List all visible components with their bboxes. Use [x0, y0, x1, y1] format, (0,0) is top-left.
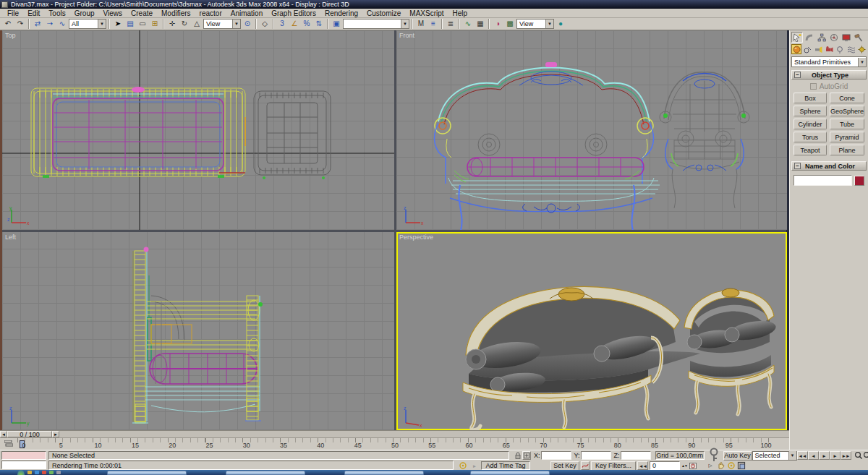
object-type-button[interactable]: Cone: [830, 93, 864, 103]
chevron-down-icon[interactable]: ▼: [858, 58, 866, 67]
key-mode-toggle-button[interactable]: ◄◄: [637, 461, 648, 470]
chevron-down-icon[interactable]: ▼: [545, 20, 553, 28]
window-titlebar[interactable]: Divan37.max - Project Folder: C:\Users\S…: [0, 0, 868, 9]
menu-item[interactable]: Help: [448, 9, 472, 17]
menu-item[interactable]: Animation: [226, 9, 267, 17]
selection-lock-icon[interactable]: [514, 451, 522, 460]
arc-rotate-icon[interactable]: [727, 461, 736, 470]
maximize-viewport-toggle-icon[interactable]: [737, 461, 746, 470]
systems-category-icon[interactable]: [856, 44, 867, 54]
menu-item[interactable]: Edit: [23, 9, 44, 17]
select-and-rotate-icon[interactable]: ↻: [179, 19, 190, 29]
menu-item[interactable]: File: [3, 9, 23, 17]
material-editor-icon[interactable]: ◑: [492, 19, 503, 29]
snaps-toggle-icon[interactable]: 3: [276, 19, 288, 29]
select-object-icon[interactable]: ➤: [112, 19, 124, 29]
menu-item[interactable]: reactor: [195, 9, 226, 17]
absolute-offset-mode-icon[interactable]: [522, 451, 531, 460]
object-type-button[interactable]: GeoSphere: [830, 106, 864, 116]
pan-hand-icon[interactable]: [717, 461, 726, 470]
time-slider-handle[interactable]: 0 / 100: [7, 431, 52, 437]
previous-frame-arrow[interactable]: ◄: [0, 431, 7, 437]
object-type-button[interactable]: Plane: [830, 145, 864, 155]
zoom-icon[interactable]: [854, 451, 863, 460]
create-tab-icon[interactable]: [791, 32, 803, 43]
object-name-field[interactable]: [793, 175, 852, 186]
schematic-view-icon[interactable]: ▦: [475, 19, 486, 29]
align-icon[interactable]: ≡: [427, 19, 439, 29]
helpers-category-icon[interactable]: [835, 44, 845, 54]
space-warps-category-icon[interactable]: [846, 44, 856, 54]
spinner-snap-icon[interactable]: ⇅: [313, 19, 325, 29]
object-color-swatch[interactable]: [854, 176, 864, 186]
frame-spinner[interactable]: ▲▼: [681, 461, 687, 470]
motion-tab-icon[interactable]: [828, 32, 840, 43]
modify-tab-icon[interactable]: [804, 32, 815, 43]
menu-item[interactable]: Graph Editors: [267, 9, 320, 17]
menu-item[interactable]: MAXScript: [405, 9, 448, 17]
taskbar-window-button[interactable]: [344, 471, 424, 475]
quick-render-icon[interactable]: ●: [555, 19, 566, 29]
viewport-front[interactable]: Front: [396, 30, 787, 230]
mirror-icon[interactable]: M: [415, 19, 427, 29]
zoom-all-icon[interactable]: [863, 451, 868, 460]
play-button[interactable]: ►: [819, 451, 830, 460]
window-crossing-icon[interactable]: ⊞: [149, 19, 161, 29]
redo-icon[interactable]: ↷: [14, 19, 26, 29]
shapes-category-icon[interactable]: [802, 44, 812, 54]
previous-frame-button[interactable]: ◄: [808, 451, 819, 460]
start-orb[interactable]: [17, 470, 25, 475]
viewport-label[interactable]: Perspective: [399, 234, 433, 241]
edit-named-selection-sets-icon[interactable]: ▣: [331, 19, 342, 29]
taskbar-window-button[interactable]: [470, 471, 550, 475]
object-type-button[interactable]: Pyramid: [830, 132, 864, 142]
taskbar-window-button[interactable]: [226, 471, 305, 475]
chevron-down-icon[interactable]: ▼: [788, 451, 796, 460]
time-slider-track[interactable]: ◄ 0 / 100 ►: [0, 430, 789, 438]
field-of-view-icon[interactable]: ▷: [705, 461, 715, 470]
auto-key-button[interactable]: Auto Key: [723, 451, 752, 461]
viewport-label[interactable]: Top: [5, 32, 16, 39]
quick-launch-icon[interactable]: [35, 471, 39, 474]
object-type-button[interactable]: Box: [793, 93, 827, 103]
chevron-down-icon[interactable]: ▼: [401, 20, 409, 28]
bind-to-space-warp-icon[interactable]: ∿: [56, 19, 68, 29]
quick-launch-icon[interactable]: [56, 471, 61, 474]
lights-category-icon[interactable]: [813, 44, 823, 54]
primitive-category-dropdown[interactable]: Standard Primitives ▼: [791, 56, 867, 67]
quick-launch-icon[interactable]: [27, 471, 32, 474]
scene-info-icon[interactable]: [459, 461, 467, 470]
menu-item[interactable]: Modifiers: [157, 9, 195, 17]
render-preset-dropdown[interactable]: View▼: [516, 19, 554, 29]
display-tab-icon[interactable]: [841, 32, 852, 43]
percent-snap-icon[interactable]: %: [301, 19, 312, 29]
viewport-perspective[interactable]: Perspective: [396, 232, 787, 430]
z-coordinate-field[interactable]: [621, 451, 651, 460]
selection-filter-dropdown[interactable]: All▼: [69, 19, 106, 29]
named-selection-sets-dropdown[interactable]: ▼: [343, 19, 409, 29]
key-filters-button[interactable]: Key Filters...: [591, 461, 636, 471]
viewport-left[interactable]: Left: [2, 232, 394, 430]
object-type-button[interactable]: Cylinder: [793, 119, 827, 129]
menu-item[interactable]: Group: [70, 9, 99, 17]
selected-set-dropdown[interactable]: Selected▼: [752, 451, 797, 461]
collapse-icon[interactable]: −: [794, 163, 801, 169]
name-color-rollout-header[interactable]: − Name and Color: [791, 161, 867, 171]
select-and-manipulate-icon[interactable]: ◇: [259, 19, 271, 29]
chevron-down-icon[interactable]: ▼: [98, 20, 106, 28]
viewport-label[interactable]: Front: [399, 32, 414, 39]
render-setup-icon[interactable]: ▩: [504, 19, 516, 29]
layer-manager-icon[interactable]: ≣: [445, 19, 456, 29]
object-type-button[interactable]: Torus: [793, 132, 827, 142]
quick-launch-icon[interactable]: [49, 471, 54, 474]
curve-editor-icon[interactable]: ∿: [462, 19, 474, 29]
viewport-label[interactable]: Left: [5, 234, 16, 241]
select-and-move-icon[interactable]: ✛: [166, 19, 178, 29]
use-pivot-point-center-icon[interactable]: ⊙: [242, 19, 253, 29]
next-frame-button[interactable]: ►: [830, 451, 841, 460]
hierarchy-tab-icon[interactable]: [816, 32, 827, 43]
menu-item[interactable]: Rendering: [320, 9, 362, 17]
go-to-end-button[interactable]: ►►: [841, 451, 851, 460]
menu-item[interactable]: Views: [99, 9, 127, 17]
select-and-scale-icon[interactable]: △: [191, 19, 203, 29]
